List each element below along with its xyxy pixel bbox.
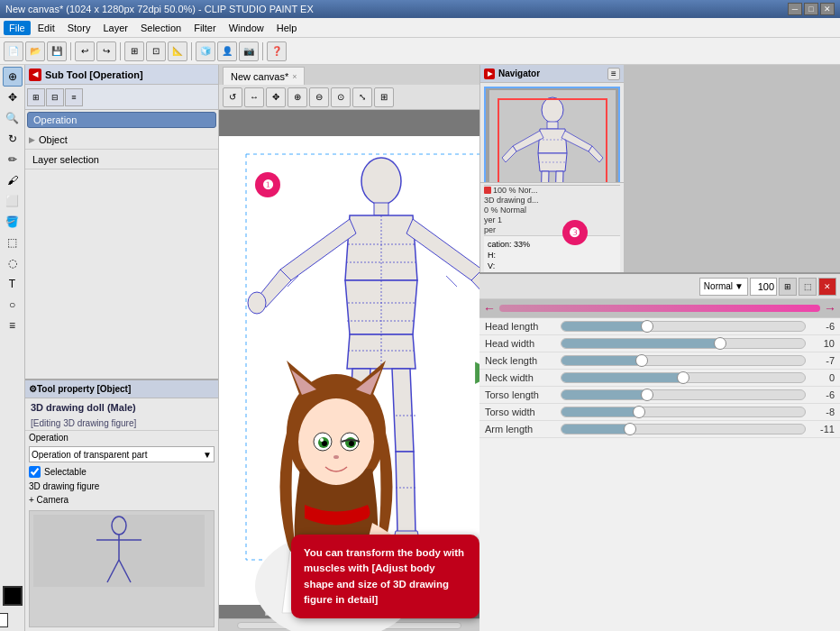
cbb-undo[interactable]: ↩ xyxy=(265,598,285,616)
arm-length-track[interactable] xyxy=(561,424,806,434)
menu-story[interactable]: Story xyxy=(62,21,96,35)
props-btn-close[interactable]: ✕ xyxy=(818,278,836,296)
operation-dropdown-row[interactable]: Operation of transparent part ▼ xyxy=(25,444,218,464)
menu-window[interactable]: Window xyxy=(224,21,269,35)
ctb-fit[interactable]: ⤡ xyxy=(352,87,372,107)
ctb-zoom-in[interactable]: ⊕ xyxy=(288,87,307,107)
object-item[interactable]: ▶ Object xyxy=(25,130,218,150)
selectable-row[interactable]: Selectable xyxy=(25,464,218,480)
minimize-button[interactable]: ─ xyxy=(788,3,802,15)
opacity-value[interactable]: 100 xyxy=(750,278,777,296)
torso-width-track[interactable] xyxy=(561,407,806,417)
menu-help[interactable]: Help xyxy=(271,21,303,35)
scrollbar-thumb[interactable] xyxy=(305,623,359,628)
tool-lasso[interactable]: ◌ xyxy=(3,253,23,273)
head-width-thumb[interactable] xyxy=(714,337,726,350)
ctb-move[interactable]: ✥ xyxy=(266,87,286,107)
tool-rotate[interactable]: ↻ xyxy=(3,129,23,149)
props-btn-1[interactable]: ⊞ xyxy=(779,278,797,296)
nav-menu-btn[interactable]: ≡ xyxy=(607,68,620,80)
maximize-button[interactable]: □ xyxy=(804,3,818,15)
tool-operation[interactable]: ⊕ xyxy=(3,67,23,87)
operation-row: Operation xyxy=(25,431,218,444)
neck-width-track[interactable] xyxy=(561,372,806,383)
props-btn-2[interactable]: ⬚ xyxy=(799,278,817,296)
sub-tool-btn-1[interactable]: ⊞ xyxy=(27,88,45,106)
left-panel: ◀ Sub Tool [Operation] ⊞ ⊟ ≡ Operation ▶… xyxy=(25,65,219,631)
ctb-grid[interactable]: ⊞ xyxy=(374,87,394,107)
slider-neck-width[interactable]: Neck width 0 xyxy=(479,370,840,387)
canvas-tab-main[interactable]: New canvas* × xyxy=(223,67,305,85)
toolbar-3d[interactable]: 🧊 xyxy=(196,41,215,61)
head-length-thumb[interactable] xyxy=(641,320,653,333)
tool-move[interactable]: ✥ xyxy=(3,87,23,107)
foreground-color[interactable] xyxy=(3,586,23,606)
panel-icon: ◀ xyxy=(29,69,41,81)
slider-head-length[interactable]: Head length -6 xyxy=(479,318,840,335)
toolbar-open[interactable]: 📂 xyxy=(25,41,45,61)
tool-zoom[interactable]: 🔍 xyxy=(3,108,23,128)
toolbar-sep-1 xyxy=(70,42,71,60)
slider-torso-width[interactable]: Torso width -8 xyxy=(479,404,840,421)
body-arrow-row: ← → xyxy=(479,299,840,318)
toolbar-redo[interactable]: ↪ xyxy=(96,41,116,61)
tool-fill[interactable]: 🪣 xyxy=(3,212,23,232)
close-button[interactable]: ✕ xyxy=(820,3,835,15)
ctb-rotate[interactable]: ↺ xyxy=(223,87,242,107)
tool-text[interactable]: T xyxy=(3,274,23,294)
arm-length-thumb[interactable] xyxy=(624,423,636,435)
menu-edit[interactable]: Edit xyxy=(32,21,60,35)
slider-arm-length[interactable]: Arm length -11 xyxy=(479,421,840,438)
arrow-left-btn[interactable]: ← xyxy=(483,301,496,316)
ctb-flip[interactable]: ↔ xyxy=(244,87,264,107)
layer-selection-item[interactable]: Layer selection xyxy=(25,150,218,169)
torso-length-track[interactable] xyxy=(561,389,806,400)
background-color[interactable] xyxy=(0,613,8,627)
toolbar-camera[interactable]: 📷 xyxy=(239,41,259,61)
torso-width-thumb[interactable] xyxy=(633,406,645,418)
toolbar-select[interactable]: ⊞ xyxy=(124,41,144,61)
operation-button[interactable]: Operation xyxy=(27,112,216,128)
tool-brush[interactable]: 🖌 xyxy=(3,170,23,190)
selectable-checkbox[interactable] xyxy=(29,466,41,478)
menu-layer[interactable]: Layer xyxy=(97,21,133,35)
tool-pen[interactable]: ✏ xyxy=(3,150,23,169)
canvas-viewport[interactable]: ❶ ▶ ↩ ↪ ⊕ ⊖ ⊙ ↕ ⤡ ▭ ⬚ ❷ xyxy=(219,110,479,631)
head-length-track[interactable] xyxy=(561,321,806,332)
menu-selection[interactable]: Selection xyxy=(135,21,187,35)
toolbar-help[interactable]: ❓ xyxy=(267,41,287,61)
layer-row-2: 3D drawing d... xyxy=(484,196,620,205)
neck-length-track[interactable] xyxy=(561,355,806,366)
tool-select[interactable]: ⬚ xyxy=(3,233,23,252)
sub-tool-btn-3[interactable]: ≡ xyxy=(65,88,83,106)
main-toolbar: 📄 📂 💾 ↩ ↪ ⊞ ⊡ 📐 🧊 👤 📷 ❓ xyxy=(0,38,840,65)
arm-length-fill xyxy=(562,425,630,434)
toolbar-undo[interactable]: ↩ xyxy=(75,41,95,61)
blend-mode-dropdown[interactable]: Normal ▼ xyxy=(699,278,748,296)
toolbar-new[interactable]: 📄 xyxy=(4,41,23,61)
slider-neck-length[interactable]: Neck length -7 xyxy=(479,352,840,370)
toolbar-ruler[interactable]: 📐 xyxy=(168,41,187,61)
tool-shape[interactable]: ○ xyxy=(3,295,23,315)
toolbar-save[interactable]: 💾 xyxy=(47,41,67,61)
neck-length-thumb[interactable] xyxy=(635,354,648,367)
ctb-zoom-out[interactable]: ⊖ xyxy=(309,87,329,107)
horizontal-scrollbar[interactable] xyxy=(219,618,479,631)
slider-head-width[interactable]: Head width 10 xyxy=(479,335,840,352)
arrow-right-btn[interactable]: → xyxy=(824,301,836,316)
tool-eraser[interactable]: ⬜ xyxy=(3,191,23,211)
toolbar-figure[interactable]: 👤 xyxy=(217,41,237,61)
toolbar-transform[interactable]: ⊡ xyxy=(146,41,166,61)
sub-tool-btn-2[interactable]: ⊟ xyxy=(46,88,64,106)
ctb-reset[interactable]: ⊙ xyxy=(331,87,351,107)
slider-torso-length[interactable]: Torso length -6 xyxy=(479,387,840,404)
menu-filter[interactable]: Filter xyxy=(188,21,221,35)
canvas-tab-close[interactable]: × xyxy=(292,72,297,81)
torso-length-thumb[interactable] xyxy=(641,389,653,401)
head-width-track[interactable] xyxy=(561,338,806,349)
operation-dropdown[interactable]: Operation of transparent part ▼ xyxy=(29,446,215,462)
tool-layer[interactable]: ≡ xyxy=(3,316,23,335)
neck-width-thumb[interactable] xyxy=(677,371,689,384)
menu-file[interactable]: File xyxy=(4,21,31,35)
operation-section: Operation ▶ Object Layer selection xyxy=(25,110,218,379)
